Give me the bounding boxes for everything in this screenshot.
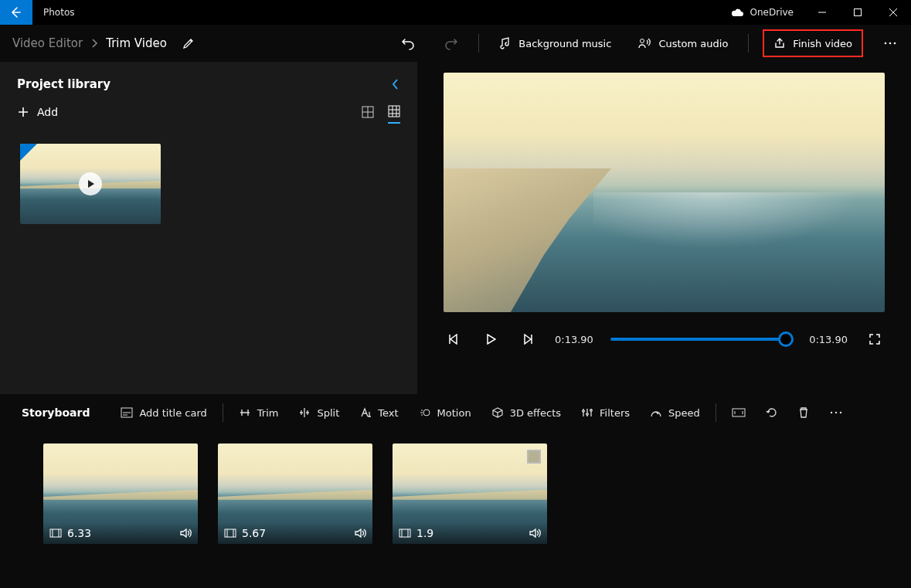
music-note-icon: [499, 37, 512, 49]
more-button[interactable]: [877, 36, 903, 50]
3d-effects-button[interactable]: 3D effects: [487, 404, 566, 422]
clip-duration: 5.67: [242, 527, 266, 539]
volume-icon[interactable]: [529, 528, 541, 539]
filters-button[interactable]: Filters: [576, 404, 634, 422]
play-icon: [485, 334, 496, 345]
finish-video-button[interactable]: Finish video: [767, 32, 858, 54]
onedrive-label: OneDrive: [750, 7, 794, 18]
close-button[interactable]: [875, 0, 911, 25]
onedrive-status[interactable]: OneDrive: [719, 7, 804, 18]
cube-icon: [491, 407, 504, 418]
add-label: Add: [37, 106, 58, 118]
used-indicator-icon: [20, 144, 37, 161]
volume-icon[interactable]: [179, 528, 192, 539]
add-media-button[interactable]: Add: [17, 106, 58, 118]
finish-video-highlight: Finish video: [763, 29, 863, 57]
delete-clip-button[interactable]: [794, 403, 814, 422]
video-preview[interactable]: [444, 73, 885, 312]
export-icon: [773, 37, 786, 49]
back-button[interactable]: [0, 0, 32, 25]
arrow-left-icon: [10, 6, 22, 19]
trash-icon: [798, 406, 809, 419]
finish-video-label: Finish video: [793, 38, 852, 49]
fullscreen-button[interactable]: [865, 329, 885, 349]
add-title-card-label: Add title card: [139, 407, 206, 419]
volume-icon[interactable]: [354, 528, 366, 539]
small-grid-button[interactable]: [388, 105, 400, 124]
rotate-button[interactable]: [761, 403, 783, 422]
aspect-ratio-button[interactable]: [727, 404, 750, 421]
person-audio-icon: [637, 37, 651, 49]
library-media-item[interactable]: [20, 144, 161, 224]
current-time: 0:13.90: [555, 334, 593, 345]
titlebar-right: OneDrive: [719, 0, 911, 25]
motion-icon: [419, 407, 431, 418]
text-button[interactable]: Text: [355, 404, 403, 422]
ellipsis-icon: [829, 410, 843, 415]
custom-audio-label: Custom audio: [658, 38, 728, 49]
large-grid-button[interactable]: [362, 106, 374, 118]
trim-button[interactable]: Trim: [234, 404, 284, 422]
chevron-right-icon: [90, 38, 98, 49]
trim-icon: [239, 407, 251, 418]
storyboard-clips: 6.33 5.67: [0, 428, 911, 559]
collapse-library-button[interactable]: [391, 78, 400, 90]
filmstrip-icon: [224, 529, 236, 538]
step-back-icon: [447, 334, 460, 345]
redo-button[interactable]: [437, 32, 464, 55]
maximize-button[interactable]: [840, 0, 875, 25]
breadcrumb: Video Editor Trim Video: [8, 36, 195, 50]
speed-label: Speed: [668, 407, 700, 419]
split-label: Split: [317, 407, 339, 419]
storyboard-clip[interactable]: 6.33: [43, 444, 198, 544]
titlebar: Photos OneDrive: [0, 0, 911, 25]
svg-point-8: [423, 410, 430, 416]
motion-button[interactable]: Motion: [414, 404, 476, 422]
preview-panel: 0:13.90 0:13.90: [417, 62, 911, 394]
filmstrip-icon: [49, 529, 62, 538]
clip-checkbox[interactable]: [527, 450, 541, 464]
custom-audio-button[interactable]: Custom audio: [631, 32, 734, 54]
background-music-button[interactable]: Background music: [493, 32, 617, 54]
play-overlay: [79, 172, 102, 195]
svg-point-13: [831, 412, 832, 413]
next-frame-button[interactable]: [518, 329, 538, 349]
filmstrip-icon: [399, 529, 411, 538]
svg-rect-18: [399, 529, 410, 537]
storyboard-title: Storyboard: [22, 406, 90, 419]
toolbar-actions: Background music Custom audio Finish vid…: [395, 29, 903, 57]
breadcrumb-root[interactable]: Video Editor: [12, 36, 83, 50]
redo-icon: [443, 36, 458, 50]
seek-bar[interactable]: [610, 338, 792, 341]
titlebar-left: Photos: [0, 0, 74, 25]
split-button[interactable]: Split: [294, 404, 344, 422]
prev-frame-button[interactable]: [444, 329, 464, 349]
svg-point-2: [885, 42, 887, 45]
storyboard-more-button[interactable]: [824, 407, 848, 418]
undo-icon: [401, 36, 416, 50]
cloud-icon: [730, 8, 744, 17]
library-title: Project library: [17, 77, 110, 91]
add-title-card-button[interactable]: Add title card: [116, 404, 211, 422]
filters-label: Filters: [600, 407, 630, 419]
speed-icon: [650, 407, 662, 418]
seek-knob[interactable]: [778, 331, 794, 347]
aspect-ratio-icon: [732, 407, 746, 418]
minimize-button[interactable]: [804, 0, 840, 25]
rotate-icon: [766, 406, 778, 419]
toolbar-separator: [478, 34, 479, 53]
app-title: Photos: [32, 7, 74, 18]
total-time: 0:13.90: [809, 334, 848, 345]
toolbar-separator: [748, 34, 749, 53]
storyboard-clip[interactable]: 5.67: [218, 444, 372, 544]
undo-button[interactable]: [395, 32, 423, 55]
svg-point-3: [889, 42, 892, 45]
speed-button[interactable]: Speed: [645, 404, 705, 422]
split-icon: [298, 407, 311, 418]
play-button[interactable]: [481, 329, 501, 349]
pencil-icon: [182, 37, 195, 49]
storyboard-clip-selected[interactable]: 1.9: [393, 444, 547, 544]
3d-effects-label: 3D effects: [510, 407, 561, 419]
library-actions: Add: [0, 97, 417, 125]
rename-button[interactable]: [182, 37, 195, 49]
